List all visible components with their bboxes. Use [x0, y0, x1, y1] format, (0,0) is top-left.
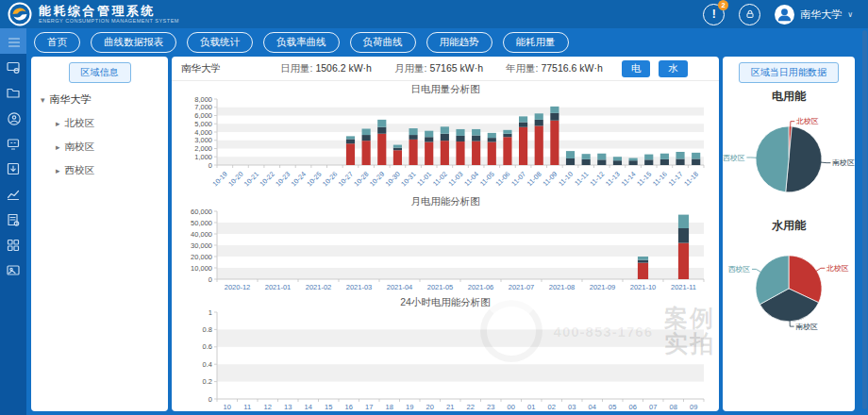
svg-text:10-28: 10-28 [352, 170, 370, 188]
trend-chart-icon[interactable] [0, 181, 26, 207]
svg-text:18: 18 [386, 403, 393, 411]
svg-text:10: 10 [224, 403, 231, 411]
svg-text:南校区: 南校区 [831, 158, 855, 167]
daily-chart-block: 日电用量分析图 8,0007,0006,0005,0004,0003,0002,… [172, 81, 719, 193]
daily-usage-panel: 区域当日用能数据 电用能 北校区南校区西校区 水用能 北校区南校区西校区 [723, 57, 855, 411]
electric-button[interactable]: 电 [622, 60, 651, 77]
svg-text:0: 0 [209, 161, 212, 170]
svg-text:1: 1 [209, 308, 212, 317]
tree-node-1[interactable]: ▸南校区 [41, 141, 159, 154]
svg-text:14: 14 [305, 403, 312, 411]
svg-text:20: 20 [426, 403, 434, 411]
report-settings-icon[interactable] [0, 207, 26, 232]
svg-text:05: 05 [609, 403, 616, 411]
menu-icon[interactable] [0, 28, 26, 54]
svg-text:北校区: 北校区 [795, 117, 819, 125]
daily-bar-chart: 8,0007,0006,0005,0004,0003,0002,0001,000… [172, 95, 719, 193]
svg-text:11-14: 11-14 [620, 170, 638, 188]
svg-text:西校区: 西校区 [728, 265, 751, 274]
app-window: 能耗综合管理系统 ENERGY CONSUMPTION MANAGEMENT S… [0, 0, 868, 415]
nav-tab-5[interactable]: 用能趋势 [426, 32, 492, 53]
user-name: 南华大学 [800, 8, 842, 22]
svg-text:2021-10: 2021-10 [630, 283, 657, 291]
nav-tab-1[interactable]: 曲线数据报表 [91, 32, 176, 53]
user-support-icon[interactable] [0, 105, 26, 130]
usage-stats: 日用量:1506.2 kW·h月用量:57165 kW·h年用量:77516.6… [280, 62, 603, 75]
nav-tab-4[interactable]: 负荷曲线 [350, 32, 416, 53]
svg-text:6,000: 6,000 [194, 111, 212, 120]
content-area: 首页曲线数据报表负载统计负载率曲线负荷曲线用能趋势能耗用量 区域信息 ▾ 南华大… [26, 28, 868, 415]
caret-right-icon: ▸ [56, 119, 60, 128]
icon-rail [0, 28, 26, 415]
user-menu[interactable]: 南华大学 ∨ [775, 5, 853, 25]
svg-text:11-17: 11-17 [666, 170, 684, 188]
chevron-down-icon: ∨ [847, 10, 853, 19]
nav-tab-2[interactable]: 负载统计 [187, 32, 253, 53]
svg-text:11-09: 11-09 [541, 170, 559, 188]
svg-text:11-02: 11-02 [431, 170, 449, 188]
svg-text:11-03: 11-03 [446, 170, 464, 188]
folder-icon[interactable] [0, 79, 26, 105]
gallery-settings-icon[interactable] [0, 257, 26, 283]
monitor-icon[interactable] [0, 130, 26, 156]
tree-node-2[interactable]: ▸西校区 [41, 164, 159, 177]
svg-text:16: 16 [345, 403, 353, 411]
svg-text:10-22: 10-22 [258, 170, 275, 188]
svg-text:2021-11: 2021-11 [671, 283, 696, 291]
nav-tab-6[interactable]: 能耗用量 [503, 32, 569, 53]
svg-text:19: 19 [406, 403, 413, 411]
daily-chart-title: 日电用量分析图 [172, 81, 719, 95]
daily-usage-panel-header: 区域当日用能数据 [739, 62, 839, 83]
caret-right-icon: ▸ [56, 166, 60, 175]
svg-text:11-01: 11-01 [415, 170, 433, 188]
nav-tab-3[interactable]: 负载率曲线 [263, 32, 340, 53]
svg-text:11: 11 [243, 403, 251, 411]
media-settings-icon[interactable] [0, 54, 26, 79]
svg-text:2021-02: 2021-02 [306, 283, 332, 291]
nav-tab-0[interactable]: 首页 [34, 32, 80, 53]
svg-text:2021-07: 2021-07 [509, 283, 535, 291]
svg-text:2021-05: 2021-05 [427, 283, 454, 291]
svg-text:15: 15 [325, 403, 332, 411]
monthly-chart-title: 月电用能分析图 [172, 193, 719, 208]
svg-text:2021-08: 2021-08 [549, 283, 576, 291]
svg-text:1,000: 1,000 [194, 153, 212, 161]
caret-down-icon: ▾ [41, 95, 45, 105]
svg-text:10-24: 10-24 [290, 170, 308, 188]
svg-text:30,000: 30,000 [191, 241, 212, 250]
water-button[interactable]: 水 [659, 60, 688, 77]
svg-text:0.8: 0.8 [203, 325, 212, 334]
svg-text:2021-03: 2021-03 [346, 283, 373, 291]
lock-icon[interactable] [739, 4, 760, 25]
top-header: 能耗综合管理系统 ENERGY CONSUMPTION MANAGEMENT S… [0, 0, 868, 28]
svg-text:2021-01: 2021-01 [265, 283, 292, 291]
svg-text:8,000: 8,000 [194, 95, 212, 104]
svg-text:11-10: 11-10 [557, 170, 575, 188]
svg-text:10-23: 10-23 [274, 170, 292, 188]
svg-text:10-20: 10-20 [226, 170, 244, 188]
svg-text:11-06: 11-06 [493, 170, 511, 188]
scrollbar[interactable] [862, 30, 867, 409]
svg-text:04: 04 [589, 403, 596, 411]
svg-text:02: 02 [548, 403, 556, 411]
svg-text:22: 22 [467, 403, 475, 411]
caret-right-icon: ▸ [56, 142, 60, 152]
svg-text:0.4: 0.4 [203, 360, 212, 369]
main-panel-header: 南华大学 日用量:1506.2 kW·h月用量:57165 kW·h年用量:77… [172, 57, 719, 81]
svg-text:3,000: 3,000 [194, 136, 212, 144]
hourly-chart-title: 24小时电用能分析图 [172, 294, 719, 308]
alarm-icon[interactable]: ! 2 [703, 4, 725, 25]
svg-text:08: 08 [670, 403, 677, 411]
svg-text:0: 0 [209, 395, 212, 404]
svg-text:北校区: 北校区 [826, 264, 849, 273]
svg-text:10,000: 10,000 [191, 264, 212, 273]
svg-text:11-15: 11-15 [635, 170, 653, 188]
tree-node-root[interactable]: ▾ 南华大学 [41, 92, 159, 107]
svg-text:10-26: 10-26 [321, 170, 339, 188]
grid-apps-icon[interactable] [0, 232, 26, 257]
app-title: 能耗综合管理系统 [39, 5, 179, 17]
download-icon[interactable] [0, 156, 26, 181]
tree-children: ▸北校区▸南校区▸西校区 [41, 117, 159, 177]
alarm-badge: 2 [718, 0, 728, 10]
tree-node-0[interactable]: ▸北校区 [41, 117, 159, 130]
